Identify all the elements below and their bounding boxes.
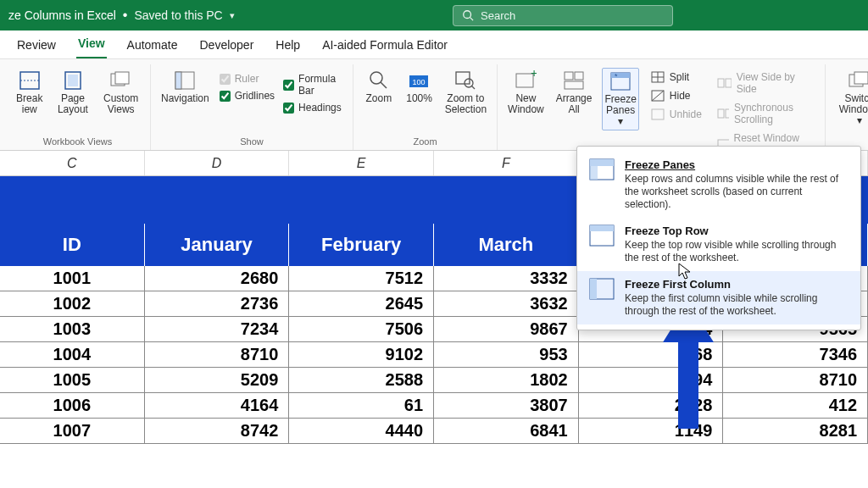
table-cell[interactable]: 2680: [145, 266, 290, 291]
table-row[interactable]: 10055209258818026948710: [0, 368, 868, 393]
table-header-cell[interactable]: January: [145, 224, 290, 266]
svg-rect-30: [652, 109, 664, 119]
new-window-button[interactable]: + NewWindow: [506, 68, 546, 117]
tab-view[interactable]: View: [76, 31, 107, 58]
table-cell[interactable]: 953: [434, 342, 579, 368]
table-cell[interactable]: 6841: [434, 419, 579, 444]
table-cell[interactable]: 2645: [289, 291, 434, 317]
table-cell[interactable]: 1004: [0, 342, 145, 368]
col-header[interactable]: D: [145, 151, 290, 175]
zoom-selection-icon: [453, 69, 477, 92]
menu-item-title: Freeze Panes: [625, 158, 845, 171]
table-cell[interactable]: 8281: [723, 419, 868, 444]
navigation-icon: [173, 69, 197, 92]
group-label-show: Show: [159, 135, 344, 148]
table-cell[interactable]: 1802: [434, 368, 579, 393]
custom-views-button[interactable]: CustomViews: [100, 68, 142, 117]
table-cell[interactable]: 3632: [434, 291, 579, 317]
formula-bar-check[interactable]: Formula Bar: [283, 73, 344, 97]
table-cell[interactable]: 7512: [289, 266, 434, 291]
zoom-selection-button[interactable]: Zoom toSelection: [443, 68, 488, 117]
hide-icon: [651, 90, 665, 102]
table-row[interactable]: 1004871091029538687346: [0, 342, 868, 368]
unhide-icon: [651, 108, 665, 120]
table-cell[interactable]: 4440: [289, 419, 434, 444]
table-header-cell[interactable]: ID: [0, 224, 145, 266]
menu-item-desc: Keep the first column visible while scro…: [625, 292, 845, 318]
table-cell[interactable]: 8742: [145, 419, 290, 444]
hide-button[interactable]: Hide: [648, 88, 705, 103]
table-cell[interactable]: 4164: [145, 393, 290, 419]
table-cell[interactable]: 3807: [434, 393, 579, 419]
tab-automate[interactable]: Automate: [125, 33, 180, 58]
navigation-button[interactable]: Navigation: [159, 68, 211, 106]
table-cell[interactable]: 9867: [434, 317, 579, 342]
dot-sep: •: [123, 8, 128, 23]
ribbon-tabs: Review View Automate Developer Help AI-a…: [0, 30, 868, 59]
table-cell[interactable]: 7234: [145, 317, 290, 342]
table-cell[interactable]: 1007: [0, 419, 145, 444]
col-header[interactable]: E: [289, 151, 434, 175]
freeze-panes-icon: *: [609, 70, 632, 92]
search-icon: [462, 9, 474, 21]
table-header-cell[interactable]: February: [289, 224, 434, 266]
view-side-by-side-button: View Side by Side: [714, 69, 816, 97]
table-cell[interactable]: 412: [723, 393, 868, 419]
split-button[interactable]: Split: [648, 69, 705, 85]
arrange-all-button[interactable]: ArrangeAll: [554, 68, 594, 117]
zoom-100-icon: 100: [408, 69, 431, 92]
ribbon: Breakiew PageLayout CustomViews Workbook…: [0, 59, 868, 151]
table-cell[interactable]: 3332: [434, 266, 579, 291]
mouse-cursor-icon: [678, 263, 693, 281]
gridlines-check[interactable]: Gridlines: [220, 90, 275, 102]
tab-review[interactable]: Review: [15, 33, 58, 58]
sync-scrolling-button: Synchronous Scrolling: [714, 100, 816, 127]
save-status[interactable]: Saved to this PC: [134, 8, 222, 22]
zoom-100-button[interactable]: 100 100%: [404, 68, 435, 106]
page-break-preview-button[interactable]: Breakiew: [14, 68, 45, 117]
table-cell[interactable]: 61: [289, 393, 434, 419]
svg-rect-14: [456, 72, 470, 84]
svg-point-10: [370, 72, 382, 84]
table-cell[interactable]: 7346: [723, 342, 868, 368]
ruler-check: Ruler: [220, 73, 275, 85]
table-cell[interactable]: 1006: [0, 393, 145, 419]
freeze-panes-button[interactable]: * FreezePanes ▾: [602, 68, 638, 130]
col-header[interactable]: C: [0, 151, 145, 175]
freeze-top-row-icon: [589, 225, 616, 248]
table-cell[interactable]: 1002: [0, 291, 145, 317]
page-layout-button[interactable]: PageLayout: [53, 68, 92, 117]
table-cell[interactable]: 9102: [289, 342, 434, 368]
svg-rect-34: [726, 109, 729, 118]
table-cell[interactable]: 2736: [145, 291, 290, 317]
svg-text:+: +: [531, 70, 537, 80]
menu-item-freeze-top-row[interactable]: Freeze Top Row Keep the top row visible …: [577, 218, 860, 271]
tab-help[interactable]: Help: [274, 33, 302, 58]
switch-windows-icon: [848, 69, 868, 92]
table-header-cell[interactable]: March: [434, 224, 579, 266]
svg-text:*: *: [615, 72, 618, 80]
table-row[interactable]: 100787424440684111498281: [0, 419, 868, 444]
tab-ai-formula[interactable]: AI-aided Formula Editor: [320, 33, 449, 58]
tab-developer[interactable]: Developer: [198, 33, 256, 58]
headings-check[interactable]: Headings: [283, 102, 344, 114]
search-input[interactable]: Search: [453, 5, 673, 26]
table-cell[interactable]: 1001: [0, 266, 145, 291]
table-cell[interactable]: 8710: [723, 368, 868, 393]
table-cell[interactable]: 7506: [289, 317, 434, 342]
table-row[interactable]: 100641646138072828412: [0, 393, 868, 419]
table-cell[interactable]: 8710: [145, 342, 290, 368]
svg-rect-37: [854, 72, 868, 84]
menu-item-freeze-first-column[interactable]: Freeze First Column Keep the first colum…: [577, 271, 860, 324]
split-icon: [651, 71, 665, 83]
table-cell[interactable]: 5209: [145, 368, 290, 393]
svg-rect-9: [175, 72, 181, 89]
table-cell[interactable]: 1005: [0, 368, 145, 393]
zoom-button[interactable]: Zoom: [362, 68, 396, 106]
table-cell[interactable]: 1003: [0, 317, 145, 342]
menu-item-freeze-panes[interactable]: Freeze Panes Keep rows and columns visib…: [577, 152, 860, 218]
svg-line-16: [471, 86, 475, 89]
table-cell[interactable]: 2588: [289, 368, 434, 393]
chevron-down-icon[interactable]: ▾: [230, 10, 235, 21]
switch-windows-button[interactable]: SwitchWindows ▾: [834, 68, 868, 129]
